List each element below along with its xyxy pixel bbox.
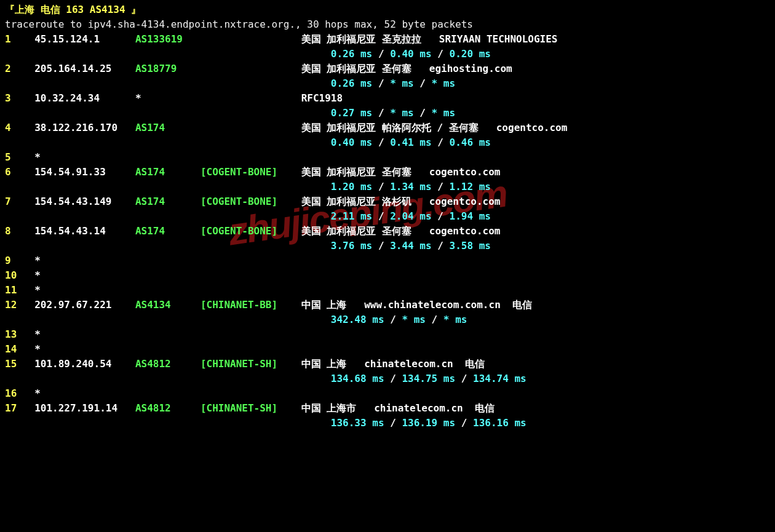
latency-separator: / <box>432 210 450 222</box>
latency-separator: / <box>432 48 450 60</box>
hop-ip: 101.227.191.14 <box>34 402 135 414</box>
hop-location: RFC1918 <box>301 92 343 104</box>
hop-ip: 202.97.67.221 <box>34 299 135 311</box>
hop-latency: 2.04 ms <box>390 210 431 222</box>
hop-latency: 0.26 ms <box>331 48 372 60</box>
hop-number: 11 <box>5 284 34 296</box>
latency-separator: / <box>372 240 390 252</box>
latency-separator: / <box>384 314 402 325</box>
hop-ip: 205.164.14.25 <box>34 63 135 74</box>
terminal-output: 『上海 电信 163 AS4134 』 traceroute to ipv4.s… <box>0 0 775 433</box>
hop-number: 1 <box>5 33 34 45</box>
hop-latency: 134.74 ms <box>473 373 527 384</box>
hop-latency: 0.40 ms <box>390 48 431 60</box>
hop-latency: * ms <box>443 314 467 325</box>
hop-asn: AS4134 <box>135 299 201 311</box>
hop-timeout: * <box>34 328 41 340</box>
hop-latency: 1.34 ms <box>390 181 431 193</box>
hop-latency: 0.26 ms <box>331 77 372 89</box>
hop-latency: * ms <box>432 77 456 89</box>
hop-asn: AS174 <box>135 122 201 133</box>
hop-ip: 101.89.240.54 <box>34 358 135 370</box>
hop-location: 美国 加利福尼亚 圣何塞 cogentco.com <box>301 225 501 237</box>
hop-number: 4 <box>5 122 34 133</box>
hop-timeout: * <box>34 343 41 355</box>
hop-timeout: * <box>34 255 41 266</box>
latency-separator: / <box>414 77 432 89</box>
latency-separator: / <box>372 48 390 60</box>
hop-number: 10 <box>5 269 34 281</box>
hop-number: 16 <box>5 387 34 399</box>
hop-latency: 1.94 ms <box>450 210 491 222</box>
hop-ip: 10.32.24.34 <box>34 92 135 104</box>
hop-number: 3 <box>5 92 34 104</box>
hop-network-tag <box>201 63 301 74</box>
hop-network-tag: [CHINANET-SH] <box>201 358 301 370</box>
hop-network-tag: [COGENT-BONE] <box>201 196 301 207</box>
hop-number: 8 <box>5 225 34 237</box>
hop-network-tag: [CHINANET-SH] <box>201 402 301 414</box>
hop-latency: * ms <box>432 107 456 119</box>
hop-latency: * ms <box>402 314 426 325</box>
hop-location: 美国 加利福尼亚 圣克拉拉 SRIYAAN TECHNOLOGIES <box>301 33 558 45</box>
hop-latency: 136.19 ms <box>402 417 455 429</box>
hop-asn: * <box>135 92 201 104</box>
hop-asn: AS4812 <box>135 402 201 414</box>
latency-separator: / <box>372 77 390 89</box>
latency-separator: / <box>432 240 450 252</box>
latency-separator: / <box>455 373 473 384</box>
hop-number: 7 <box>5 196 34 207</box>
hop-network-tag: [COGENT-BONE] <box>201 166 301 178</box>
hop-ip: 45.15.124.1 <box>34 33 135 45</box>
hop-latency: 2.11 ms <box>331 210 372 222</box>
hop-number: 15 <box>5 358 34 370</box>
hop-number: 5 <box>5 151 34 163</box>
route-title-carrier: 电信 <box>41 4 60 15</box>
route-title-asn: AS4134 <box>90 4 125 15</box>
hop-ip: 154.54.91.33 <box>34 166 135 178</box>
hop-location: 美国 加利福尼亚 圣何塞 egihosting.com <box>301 63 512 74</box>
route-title-city: 上海 <box>15 4 34 15</box>
latency-separator: / <box>414 107 432 119</box>
hop-location: 美国 加利福尼亚 圣何塞 cogentco.com <box>301 166 501 178</box>
hop-asn: AS174 <box>135 166 201 178</box>
traceroute-command: traceroute to ipv4.sha-4134.endpoint.nxt… <box>5 18 473 30</box>
hop-latency: 134.68 ms <box>331 373 384 384</box>
hop-asn: AS4812 <box>135 358 201 370</box>
hop-location: 中国 上海 www.chinatelecom.com.cn 电信 <box>301 299 532 311</box>
route-title-open: 『 <box>5 4 15 15</box>
latency-separator: / <box>372 181 390 193</box>
hop-network-tag <box>201 92 301 104</box>
latency-separator: / <box>455 417 473 429</box>
hop-latency: 0.41 ms <box>390 137 431 148</box>
hop-latency: 134.75 ms <box>402 373 455 384</box>
hop-latency: * ms <box>390 107 414 119</box>
hop-number: 6 <box>5 166 34 178</box>
route-title-close: 』 <box>131 4 141 15</box>
hop-latency: 136.16 ms <box>473 417 527 429</box>
hop-network-tag: [CHINANET-BB] <box>201 299 301 311</box>
latency-separator: / <box>384 373 402 384</box>
latency-separator: / <box>426 314 443 325</box>
hop-latency: 0.46 ms <box>450 137 491 148</box>
latency-separator: / <box>372 107 390 119</box>
hop-asn: AS133619 <box>135 33 201 45</box>
latency-separator: / <box>432 181 450 193</box>
hop-location: 中国 上海市 chinatelecom.cn 电信 <box>301 402 495 414</box>
hop-latency: 0.27 ms <box>331 107 372 119</box>
hop-latency: 3.44 ms <box>390 240 431 252</box>
hop-latency: 0.20 ms <box>450 48 491 60</box>
latency-separator: / <box>372 210 390 222</box>
hop-asn: AS174 <box>135 196 201 207</box>
hop-ip: 154.54.43.149 <box>34 196 135 207</box>
hop-timeout: * <box>34 269 41 281</box>
hop-number: 9 <box>5 255 34 266</box>
hop-ip: 38.122.216.170 <box>34 122 135 133</box>
hop-number: 12 <box>5 299 34 311</box>
latency-separator: / <box>384 417 402 429</box>
hop-latency: 0.40 ms <box>331 137 372 148</box>
hop-latency: 3.58 ms <box>450 240 491 252</box>
hop-location: 中国 上海 chinatelecom.cn 电信 <box>301 358 485 370</box>
hop-network-tag: [COGENT-BONE] <box>201 225 301 237</box>
hop-location: 美国 加利福尼亚 帕洛阿尔托 / 圣何塞 cogentco.com <box>301 122 568 133</box>
